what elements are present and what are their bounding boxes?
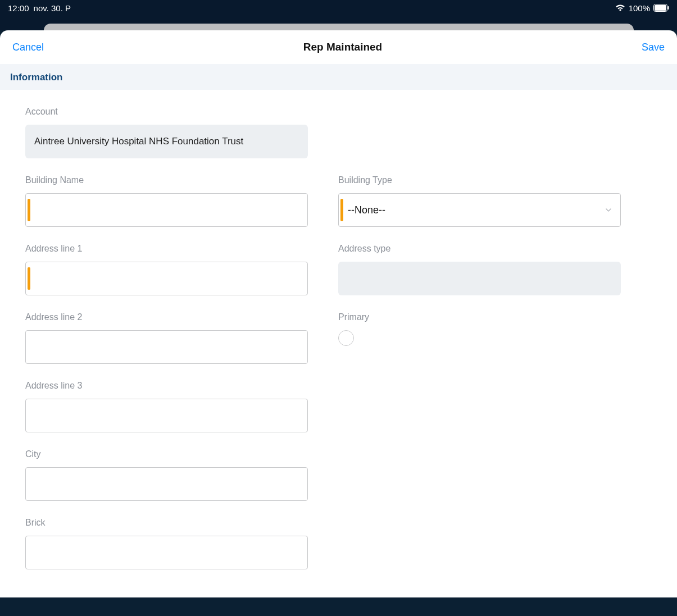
- status-date: nov. 30. P: [34, 3, 71, 13]
- battery-percent: 100%: [629, 3, 650, 13]
- address3-input[interactable]: [25, 399, 308, 432]
- status-left: 12:00 nov. 30. P: [8, 3, 71, 13]
- primary-radio[interactable]: [338, 330, 354, 346]
- background-tab-strip: [0, 24, 677, 30]
- section-header-information: Information: [0, 64, 677, 90]
- modal-sheet: Cancel Rep Maintained Save Information A…: [0, 30, 677, 597]
- city-input[interactable]: [25, 467, 308, 501]
- field-building-type: Building Type --None--: [338, 175, 621, 227]
- background-tab-stub: [44, 24, 634, 30]
- field-building-name: Building Name: [25, 175, 308, 227]
- field-primary: Primary: [338, 312, 621, 346]
- address1-input[interactable]: [25, 262, 308, 295]
- label-address3: Address line 3: [25, 381, 308, 391]
- field-city: City: [25, 449, 308, 501]
- field-address2: Address line 2: [25, 312, 308, 364]
- address2-input[interactable]: [25, 330, 308, 364]
- brick-input[interactable]: [25, 536, 308, 569]
- field-brick: Brick: [25, 518, 308, 569]
- label-address1: Address line 1: [25, 244, 308, 254]
- chevron-down-icon: [605, 206, 612, 214]
- cancel-button[interactable]: Cancel: [12, 42, 44, 53]
- field-address-type: Address type: [338, 244, 621, 295]
- building-name-input[interactable]: [25, 193, 308, 227]
- building-type-select[interactable]: --None--: [338, 193, 621, 227]
- svg-rect-1: [655, 5, 666, 11]
- label-brick: Brick: [25, 518, 308, 528]
- modal-header: Cancel Rep Maintained Save: [0, 30, 677, 64]
- form-body: Account Aintree University Hospital NHS …: [0, 90, 677, 597]
- field-address1: Address line 1: [25, 244, 308, 295]
- address-type-readonly: [338, 262, 621, 295]
- account-readonly: Aintree University Hospital NHS Foundati…: [25, 125, 308, 158]
- status-time: 12:00: [8, 3, 29, 13]
- dark-band: [0, 16, 677, 24]
- field-account: Account Aintree University Hospital NHS …: [25, 107, 308, 158]
- label-account: Account: [25, 107, 308, 117]
- save-button[interactable]: Save: [642, 42, 665, 53]
- status-bar: 12:00 nov. 30. P 100%: [0, 0, 677, 16]
- label-address2: Address line 2: [25, 312, 308, 322]
- label-building-name: Building Name: [25, 175, 308, 185]
- label-primary: Primary: [338, 312, 621, 322]
- wifi-icon: [615, 4, 625, 12]
- battery-icon: [653, 4, 669, 12]
- modal-title: Rep Maintained: [303, 41, 382, 53]
- status-right: 100%: [615, 3, 669, 13]
- label-building-type: Building Type: [338, 175, 621, 185]
- building-type-value: --None--: [348, 204, 385, 216]
- label-address-type: Address type: [338, 244, 621, 254]
- svg-rect-2: [668, 6, 669, 10]
- field-address3: Address line 3: [25, 381, 308, 432]
- label-city: City: [25, 449, 308, 459]
